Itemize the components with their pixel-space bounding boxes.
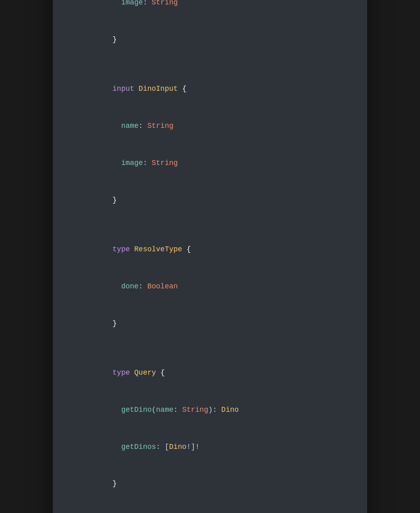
code-blank-4 xyxy=(69,342,351,355)
code-type-resolvetype-open: type ResolveType { xyxy=(69,231,351,268)
code-blank-3 xyxy=(69,219,351,231)
code-resolvetype-close: } xyxy=(69,305,351,342)
code-dino-image: image: String xyxy=(69,0,351,21)
code-blank-5 xyxy=(69,503,351,513)
code-dino-close: } xyxy=(69,21,351,58)
code-blank-2 xyxy=(69,58,351,71)
code-window: const types = gql` type Dino { name: Str… xyxy=(53,0,367,513)
code-input-dinoinput-open: input DinoInput { xyxy=(69,71,351,108)
code-dinoinput-image: image: String xyxy=(69,144,351,181)
code-resolvetype-done: done: Boolean xyxy=(69,268,351,305)
code-type-query-open: type Query { xyxy=(69,354,351,391)
code-query-getdinos: getDinos: [Dino!]! xyxy=(69,428,351,465)
code-dinoinput-close: } xyxy=(69,181,351,219)
code-editor[interactable]: const types = gql` type Dino { name: Str… xyxy=(53,0,367,513)
code-query-getdino: getDino(name: String): Dino xyxy=(69,391,351,428)
code-dinoinput-name: name: String xyxy=(69,108,351,145)
code-query-close: } xyxy=(69,465,351,503)
